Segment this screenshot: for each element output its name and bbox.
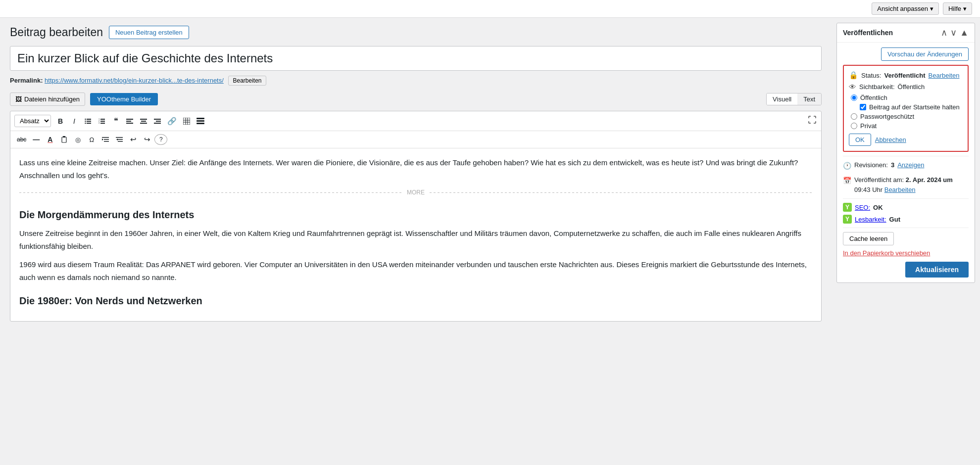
more-label: MORE	[407, 187, 425, 197]
radio-password[interactable]	[851, 113, 857, 120]
clear-format-button[interactable]: ◎	[71, 134, 84, 145]
special-chars-button[interactable]: Ω	[85, 134, 98, 145]
permalink-url[interactable]: https://www.formativ.net/blog/ein-kurzer…	[45, 77, 224, 84]
link-button[interactable]: 🔗	[165, 115, 179, 128]
seo-value: OK	[873, 204, 883, 211]
calendar-icon: 📅	[843, 176, 851, 186]
svg-rect-13	[126, 121, 131, 122]
paste-icon	[61, 136, 67, 143]
svg-rect-31	[102, 137, 109, 138]
svg-rect-18	[154, 119, 161, 120]
bold-button[interactable]: B	[54, 115, 67, 127]
align-right-button[interactable]	[151, 116, 164, 127]
update-button[interactable]: Aktualisieren	[905, 262, 969, 278]
readability-label[interactable]: Lesbarkeit:	[855, 216, 886, 223]
new-post-button[interactable]: Neuen Beitrag erstellen	[109, 26, 189, 39]
visual-tab[interactable]: Visuell	[767, 93, 797, 105]
permalink-edit-button[interactable]: Bearbeiten	[228, 76, 266, 86]
content-paragraph-3: 1969 wird aus diesem Traum Realität: Das…	[19, 258, 812, 283]
content-area: Beitrag bearbeiten Neuen Beitrag erstell…	[0, 18, 832, 465]
svg-rect-16	[141, 121, 146, 122]
paste-text-button[interactable]	[57, 134, 70, 145]
publish-box-collapse-up[interactable]: ∧	[941, 27, 947, 38]
cache-button[interactable]: Cache leeren	[843, 232, 894, 245]
checkbox-sticky[interactable]	[860, 104, 866, 110]
kitchen-sink-button[interactable]	[194, 116, 207, 127]
publish-box-close[interactable]: ▲	[960, 27, 969, 38]
svg-rect-37	[118, 141, 123, 142]
status-edit-link[interactable]: Bearbeiten	[929, 72, 960, 79]
svg-rect-14	[126, 123, 133, 124]
align-right-icon	[154, 118, 161, 125]
format-select[interactable]: Absatz	[14, 115, 51, 127]
unordered-list-button[interactable]	[82, 116, 95, 127]
seo-icon: Y	[843, 203, 852, 212]
published-label: Veröffentlicht am:	[854, 176, 904, 184]
seo-label[interactable]: SEO:	[855, 204, 870, 211]
update-row: Aktualisieren	[843, 262, 969, 278]
radio-private[interactable]	[851, 123, 857, 129]
svg-rect-0	[87, 119, 91, 120]
checkbox-sticky-label[interactable]: Beitrag auf der Startseite halten	[869, 103, 960, 111]
fullscreen-button[interactable]	[807, 115, 817, 127]
cancel-link[interactable]: Abbrechen	[875, 136, 906, 143]
add-media-button[interactable]: 🖼 Dateien hinzufügen	[10, 93, 85, 106]
table-button[interactable]	[180, 116, 193, 127]
yootheme-builder-button[interactable]: YOOtheme Builder	[90, 93, 158, 105]
svg-rect-7	[100, 121, 105, 122]
italic-button[interactable]: I	[68, 115, 81, 127]
published-edit-link[interactable]: Bearbeiten	[884, 186, 916, 193]
revisions-link[interactable]: Anzeigen	[897, 160, 924, 170]
visibility-value: Öffentlich	[898, 83, 925, 91]
text-tab[interactable]: Text	[797, 93, 821, 105]
indent-button[interactable]	[99, 134, 112, 145]
trash-link[interactable]: In den Papierkorb verschieben	[843, 249, 969, 257]
help-btn[interactable]: Hilfe ▾	[943, 2, 972, 15]
publish-box-collapse-down[interactable]: ∨	[950, 27, 957, 38]
revisions-row: 🕐 Revisionen: 3 Anzeigen	[843, 160, 969, 171]
chevron-down-icon-help: ▾	[963, 5, 967, 12]
strikethrough-button[interactable]: abc	[14, 134, 29, 145]
preview-button[interactable]: Vorschau der Änderungen	[881, 47, 969, 61]
page-title-row: Beitrag bearbeiten Neuen Beitrag erstell…	[10, 26, 822, 39]
svg-rect-17	[140, 123, 147, 124]
divider-3	[843, 228, 969, 228]
redo-button[interactable]: ↪	[141, 133, 153, 146]
outdent-button[interactable]	[113, 134, 126, 145]
revisions-label: Revisionen:	[854, 160, 888, 170]
radio-private-row: Privat	[849, 122, 963, 130]
svg-point-4	[85, 120, 86, 121]
svg-rect-28	[196, 123, 204, 124]
blockquote-button[interactable]: ❝	[109, 114, 122, 128]
align-center-button[interactable]	[137, 116, 150, 127]
ordered-list-button[interactable]: 123	[96, 116, 108, 127]
hr-button[interactable]: —	[30, 134, 43, 145]
post-title-input[interactable]	[10, 46, 822, 71]
more-divider: MORE	[19, 187, 812, 197]
radio-password-row: Passwortgeschützt	[849, 113, 963, 120]
clock-icon: 🕐	[843, 161, 851, 171]
editor-content[interactable]: Lass uns eine kleine Zeitreise machen. U…	[10, 148, 821, 321]
font-color-button[interactable]: A	[44, 134, 56, 145]
editor-help-button[interactable]: ?	[154, 134, 167, 145]
customize-view-btn[interactable]: Ansicht anpassen ▾	[872, 2, 939, 15]
svg-rect-15	[140, 119, 147, 120]
publish-box: Veröffentlichen ∧ ∨ ▲ Vorschau der Änder…	[836, 23, 975, 283]
indent-icon	[102, 136, 109, 143]
radio-public[interactable]	[851, 94, 857, 101]
svg-rect-1	[87, 121, 91, 122]
content-paragraph-1: Lass uns eine kleine Zeitreise machen. U…	[19, 156, 812, 182]
editor-toolbar-row: 🖼 Dateien hinzufügen YOOtheme Builder Vi…	[10, 93, 822, 106]
radio-public-label[interactable]: Öffentlich	[860, 94, 887, 101]
undo-button[interactable]: ↩	[127, 133, 140, 146]
radio-private-label[interactable]: Privat	[860, 122, 877, 130]
align-left-button[interactable]	[123, 116, 136, 127]
table-icon	[183, 118, 190, 125]
radio-password-label[interactable]: Passwortgeschützt	[860, 113, 914, 120]
ok-button[interactable]: OK	[849, 134, 871, 146]
visibility-label: Sichtbarkeit:	[859, 83, 895, 91]
sidebar: Veröffentlichen ∧ ∨ ▲ Vorschau der Änder…	[832, 18, 980, 465]
revisions-count: 3	[891, 160, 894, 170]
content-heading-1: Die Morgendämmerung des Internets	[19, 206, 812, 223]
visibility-popup: 🔒 Status: Veröffentlicht Bearbeiten 👁 Si…	[843, 65, 969, 152]
